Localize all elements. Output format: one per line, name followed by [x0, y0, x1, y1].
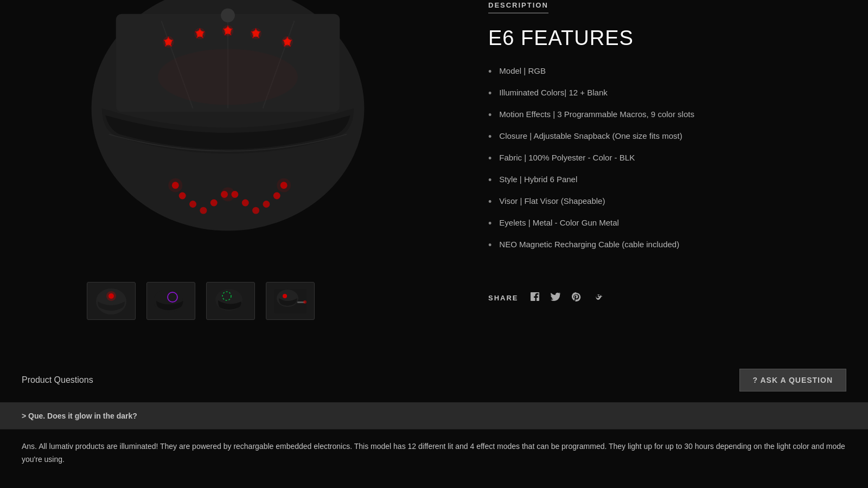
facebook-icon[interactable]: [529, 291, 540, 305]
main-product-image: [0, 0, 456, 266]
svg-point-36: [277, 178, 291, 192]
svg-point-23: [179, 192, 186, 200]
svg-point-30: [252, 207, 259, 214]
bottom-section: Product Questions ? ASK A QUESTION > Que…: [0, 358, 868, 477]
svg-point-20: [282, 36, 293, 48]
svg-point-21: [158, 49, 298, 105]
product-hat-svg: [0, 0, 456, 266]
feature-item: NEO Magnetic Recharging Cable (cable inc…: [488, 239, 846, 253]
svg-point-14: [222, 25, 234, 36]
feature-item: Motion Effects | 3 Programmable Macros, …: [488, 108, 846, 123]
answer-text: Ans. All lumativ products are illuminate…: [22, 440, 846, 466]
thumbnail-2[interactable]: [146, 282, 195, 320]
svg-point-5: [221, 8, 235, 22]
answer-section: Ans. All lumativ products are illuminate…: [0, 429, 868, 477]
svg-point-29: [242, 200, 249, 207]
thumbnail-4[interactable]: [266, 282, 315, 320]
share-section: SHARE: [488, 280, 846, 305]
feature-item: Eyelets | Metal - Color Gun Metal: [488, 217, 846, 231]
google-plus-icon[interactable]: [591, 291, 603, 305]
svg-point-49: [303, 300, 307, 304]
svg-point-17: [250, 28, 261, 40]
twitter-icon[interactable]: [550, 291, 561, 305]
product-questions-header: Product Questions ? ASK A QUESTION: [0, 358, 868, 402]
ask-question-button[interactable]: ? ASK A QUESTION: [739, 369, 846, 391]
feature-item: Model | RGB: [488, 65, 846, 79]
share-label: SHARE: [488, 294, 519, 302]
svg-point-26: [210, 200, 218, 207]
feature-item: Fabric | 100% Polyester - Color - BLK: [488, 152, 846, 166]
social-icons: [529, 291, 603, 305]
svg-point-39: [106, 291, 116, 301]
svg-point-32: [273, 192, 280, 200]
product-title: E6 FEATURES: [488, 27, 846, 50]
description-section: DESCRIPTION E6 FEATURES Model | RGB Illu…: [456, 0, 868, 358]
feature-item: Style | Hybrid 6 Panel: [488, 174, 846, 188]
main-layout: DESCRIPTION E6 FEATURES Model | RGB Illu…: [0, 0, 868, 358]
thumbnail-1[interactable]: [87, 282, 136, 320]
svg-point-35: [221, 188, 235, 202]
svg-point-25: [200, 207, 207, 214]
thumbnail-strip: [0, 271, 456, 331]
svg-point-24: [189, 201, 196, 208]
svg-point-11: [194, 28, 206, 40]
svg-point-8: [163, 36, 174, 48]
pinterest-icon[interactable]: [571, 291, 582, 305]
description-label: DESCRIPTION: [488, 1, 548, 14]
svg-point-34: [168, 178, 182, 192]
feature-item: Closure | Adjustable Snapback (One size …: [488, 130, 846, 144]
svg-point-47: [283, 294, 287, 298]
feature-item: Illuminated Colors| 12 + Blank: [488, 87, 846, 101]
thumbnail-3[interactable]: [206, 282, 255, 320]
question-accordion[interactable]: > Que. Does it glow in the dark?: [0, 402, 868, 429]
product-image-section: [0, 0, 456, 358]
product-questions-title: Product Questions: [22, 375, 93, 385]
question-text: > Que. Does it glow in the dark?: [22, 412, 137, 420]
features-list: Model | RGB Illuminated Colors| 12 + Bla…: [488, 65, 846, 253]
svg-point-31: [263, 201, 270, 208]
feature-item: Visor | Flat Visor (Shapeable): [488, 195, 846, 209]
